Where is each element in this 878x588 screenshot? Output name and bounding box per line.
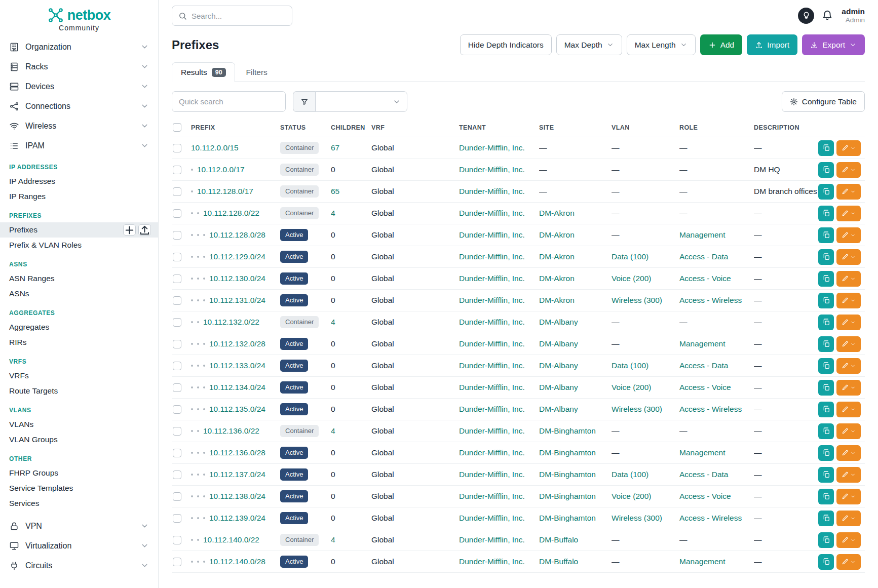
max-depth-dropdown[interactable]: Max Depth <box>556 34 622 55</box>
tenant-link[interactable]: Dunder-Mifflin, Inc. <box>459 470 525 479</box>
vlan-link[interactable]: Wireless (300) <box>612 296 662 304</box>
clone-button[interactable] <box>818 227 834 243</box>
edit-button[interactable] <box>836 467 861 483</box>
role-link[interactable]: Management <box>679 339 725 348</box>
tenant-link[interactable]: Dunder-Mifflin, Inc. <box>459 274 525 283</box>
edit-button[interactable] <box>836 184 861 200</box>
site-link[interactable]: DM-Buffalo <box>539 557 578 566</box>
edit-button[interactable] <box>836 402 861 417</box>
site-link[interactable]: DM-Akron <box>539 252 575 261</box>
tenant-link[interactable]: Dunder-Mifflin, Inc. <box>459 383 525 391</box>
edit-button[interactable] <box>836 315 861 330</box>
clone-button[interactable] <box>818 380 834 396</box>
tenant-link[interactable]: Dunder-Mifflin, Inc. <box>459 165 525 174</box>
sidebar-item-fhrp-groups[interactable]: FHRP Groups <box>0 465 158 481</box>
tenant-link[interactable]: Dunder-Mifflin, Inc. <box>459 514 525 522</box>
prefix-link[interactable]: 10.112.134.0/24 <box>209 383 265 392</box>
vlan-link[interactable]: Data (100) <box>612 252 648 261</box>
prefix-link[interactable]: 10.112.138.0/24 <box>209 492 265 501</box>
vlan-link[interactable]: Wireless (300) <box>612 514 662 522</box>
site-link[interactable]: DM-Akron <box>539 230 575 239</box>
site-link[interactable]: DM-Binghamton <box>539 492 596 500</box>
prefix-link[interactable]: 10.112.140.0/22 <box>203 535 259 544</box>
sidebar-item-vrfs[interactable]: VRFs <box>0 368 158 383</box>
clone-button[interactable] <box>818 249 834 265</box>
edit-button[interactable] <box>836 293 861 308</box>
tenant-link[interactable]: Dunder-Mifflin, Inc. <box>459 252 525 261</box>
prefix-link[interactable]: 10.112.128.0/17 <box>197 187 253 196</box>
vlan-link[interactable]: Data (100) <box>612 361 648 370</box>
prefix-link[interactable]: 10.112.0.0/17 <box>197 165 245 174</box>
sidebar-item-ip-ranges[interactable]: IP Ranges <box>0 189 158 204</box>
prefix-link[interactable]: 10.112.131.0/24 <box>209 296 265 305</box>
role-link[interactable]: Management <box>679 230 725 239</box>
vlan-link[interactable]: Voice (200) <box>612 383 651 391</box>
hide-depth-indicators-button[interactable]: Hide Depth Indicators <box>460 34 552 55</box>
sidebar-add-button[interactable] <box>123 224 136 236</box>
edit-button[interactable] <box>836 271 861 287</box>
clone-button[interactable] <box>818 423 834 439</box>
column-header-vlan[interactable]: VLAN <box>612 118 679 137</box>
children-count-link[interactable]: 4 <box>331 426 335 435</box>
sidebar-item-services[interactable]: Services <box>0 496 158 511</box>
tenant-link[interactable]: Dunder-Mifflin, Inc. <box>459 535 525 544</box>
row-checkbox[interactable] <box>173 209 181 218</box>
row-checkbox[interactable] <box>173 318 181 327</box>
site-link[interactable]: DM-Akron <box>539 274 575 283</box>
tab-filters[interactable]: Filters <box>237 62 277 82</box>
site-link[interactable]: DM-Albany <box>539 405 578 413</box>
vlan-link[interactable]: Data (100) <box>612 470 648 479</box>
children-count-link[interactable]: 4 <box>331 318 335 326</box>
clone-button[interactable] <box>818 184 834 200</box>
prefix-link[interactable]: 10.112.136.0/28 <box>209 448 265 457</box>
prefix-link[interactable]: 10.112.129.0/24 <box>209 252 265 261</box>
prefix-link[interactable]: 10.112.140.0/28 <box>209 557 265 566</box>
max-length-dropdown[interactable]: Max Length <box>627 34 696 55</box>
column-header-role[interactable]: ROLE <box>679 118 754 137</box>
row-checkbox[interactable] <box>173 253 181 261</box>
site-link[interactable]: DM-Buffalo <box>539 535 578 544</box>
clone-button[interactable] <box>818 358 834 374</box>
configure-table-button[interactable]: Configure Table <box>782 91 865 112</box>
sidebar-item-organization[interactable]: Organization <box>0 37 158 57</box>
vlan-link[interactable]: Voice (200) <box>612 492 651 500</box>
prefix-link[interactable]: 10.112.0.0/15 <box>191 143 239 152</box>
prefix-link[interactable]: 10.112.136.0/22 <box>203 426 259 436</box>
children-count-link[interactable]: 67 <box>331 143 339 152</box>
sidebar-item-ip-addresses[interactable]: IP Addresses <box>0 174 158 189</box>
tenant-link[interactable]: Dunder-Mifflin, Inc. <box>459 492 525 500</box>
site-link[interactable]: DM-Albany <box>539 339 578 348</box>
clone-button[interactable] <box>818 336 834 352</box>
edit-button[interactable] <box>836 511 861 526</box>
select-all-checkbox[interactable] <box>173 123 181 132</box>
prefix-link[interactable]: 10.112.137.0/24 <box>209 470 265 479</box>
sidebar-item-route-targets[interactable]: Route Targets <box>0 383 158 399</box>
column-header-description[interactable]: DESCRIPTION <box>754 118 818 137</box>
role-link[interactable]: Access - Voice <box>679 492 731 500</box>
role-link[interactable]: Access - Wireless <box>679 296 742 304</box>
column-header-children[interactable]: CHILDREN <box>331 118 371 137</box>
clone-button[interactable] <box>818 554 834 570</box>
edit-button[interactable] <box>836 336 861 352</box>
site-link[interactable]: DM-Albany <box>539 318 578 326</box>
role-link[interactable]: Access - Wireless <box>679 405 742 413</box>
vlan-link[interactable]: Wireless (300) <box>612 405 662 413</box>
netbox-logo[interactable]: netbox Community <box>0 7 158 32</box>
clone-button[interactable] <box>818 140 834 156</box>
site-link[interactable]: DM-Akron <box>539 209 575 217</box>
edit-button[interactable] <box>836 227 861 243</box>
sidebar-item-wireless[interactable]: Wireless <box>0 116 158 136</box>
global-search[interactable] <box>172 6 292 26</box>
prefix-link[interactable]: 10.112.128.0/22 <box>203 209 259 218</box>
sidebar-item-rirs[interactable]: RIRs <box>0 335 158 350</box>
edit-button[interactable] <box>836 162 861 178</box>
tenant-link[interactable]: Dunder-Mifflin, Inc. <box>459 209 525 217</box>
clone-button[interactable] <box>818 206 834 221</box>
edit-button[interactable] <box>836 489 861 504</box>
row-checkbox[interactable] <box>173 427 181 436</box>
row-checkbox[interactable] <box>173 558 181 566</box>
tenant-link[interactable]: Dunder-Mifflin, Inc. <box>459 187 525 195</box>
sidebar-item-aggregates[interactable]: Aggregates <box>0 320 158 335</box>
edit-button[interactable] <box>836 249 861 265</box>
sidebar-item-vlan-groups[interactable]: VLAN Groups <box>0 432 158 447</box>
